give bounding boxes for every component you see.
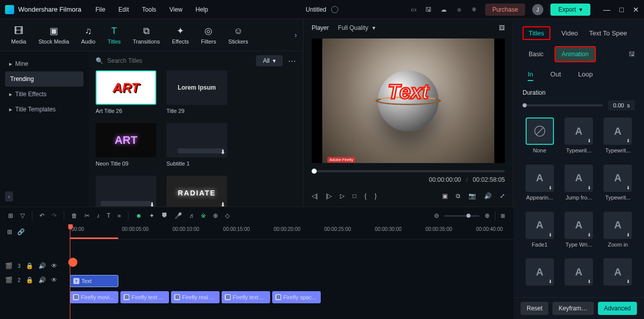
cloud-icon[interactable]: ☁ <box>440 6 448 14</box>
tab-filters[interactable]: ◎Filters <box>196 23 221 47</box>
play-icon[interactable]: ▷ <box>340 192 345 200</box>
anim-preset[interactable]: A⬇Type Wri... <box>562 212 595 253</box>
tab-out[interactable]: Out <box>550 70 561 81</box>
inspector-tab-tts[interactable]: Text To Spee <box>589 29 627 37</box>
track-header[interactable]: 🎬3 🔒 🔊 👁 <box>0 259 68 273</box>
headphones-icon[interactable]: ⌾ <box>455 6 463 14</box>
menu-view[interactable]: View <box>169 6 183 13</box>
filter-all-dropdown[interactable]: All▾ <box>256 55 283 66</box>
play-forward-icon[interactable]: |▷ <box>326 192 332 200</box>
keyframe-panel-button[interactable]: Keyframe P... <box>552 302 593 315</box>
anim-preset[interactable]: A⬇Typewrit... <box>562 117 595 158</box>
keyframe-icon[interactable]: ◇ <box>225 212 230 219</box>
purchase-button[interactable]: Purchase <box>485 4 525 16</box>
device-icon[interactable]: ▭ <box>409 6 417 14</box>
user-avatar[interactable]: J <box>532 4 543 15</box>
music-icon[interactable]: ♬ <box>189 212 194 219</box>
compare-icon[interactable]: ⧉ <box>456 192 460 200</box>
split-icon[interactable]: ✂ <box>84 212 90 219</box>
image-clip[interactable]: 🖼Firefly movi... <box>70 291 118 303</box>
delete-icon[interactable]: 🗑 <box>71 212 77 219</box>
layout-icon[interactable]: ⊞ <box>8 212 13 219</box>
pointer-icon[interactable]: ▽ <box>20 212 25 219</box>
title-thumb-item[interactable]: ART Art Title 26 <box>96 70 156 114</box>
voiceover-icon[interactable]: 🎤 <box>175 212 182 219</box>
apps-icon[interactable]: ⁜ <box>470 6 478 14</box>
tab-transitions[interactable]: ⧉Transitions <box>128 23 165 47</box>
sidebar-item-trending[interactable]: Trending <box>5 71 83 87</box>
anim-preset[interactable]: A⬇ <box>562 258 595 293</box>
track-visible-icon[interactable]: 👁 <box>51 276 57 284</box>
text-tool-icon[interactable]: T <box>107 212 110 219</box>
tab-stickers[interactable]: ☺Stickers <box>223 23 253 47</box>
save-icon[interactable]: 🖫 <box>424 6 433 14</box>
search-titles-input[interactable] <box>107 57 251 64</box>
image-clip[interactable]: 🖼Firefly text ... <box>222 291 270 303</box>
title-thumb-item[interactable]: RADIATE⬇ Glow Title 1 <box>166 176 227 207</box>
export-button[interactable]: Export ▾ <box>550 4 590 16</box>
tab-in[interactable]: In <box>528 70 533 81</box>
minimize-button[interactable]: — <box>604 6 611 14</box>
sidebar-collapse-button[interactable]: ‹ <box>5 191 13 202</box>
player-scrubber[interactable]: 00:00:00:00 / 00:02:58:05 <box>304 165 513 188</box>
tab-titles[interactable]: TTitles <box>103 23 126 47</box>
sidebar-item-title-templates[interactable]: ▸Title Templates <box>0 102 89 117</box>
advanced-button[interactable]: Advanced <box>598 302 637 315</box>
image-clip[interactable]: 🖼Firefly spac... <box>272 291 321 303</box>
menu-help[interactable]: Help <box>196 6 208 13</box>
snapshot-camera-icon[interactable]: 📷 <box>468 192 476 200</box>
tab-media[interactable]: 🎞Media <box>6 23 31 47</box>
duration-field[interactable]: 0.00s <box>608 100 635 110</box>
volume-icon[interactable]: 🔊 <box>484 192 492 200</box>
view-list-icon[interactable]: ≣ <box>500 212 505 219</box>
title-thumb-item[interactable]: ART Neon Title 09 <box>96 123 156 167</box>
video-preview[interactable]: Text Adobe Firefly <box>312 38 505 163</box>
title-thumb-item[interactable]: ⬇ Subtitle 1 <box>166 123 227 167</box>
marker-icon[interactable]: ⛊ <box>161 212 167 219</box>
timeline-tracks-area[interactable]: 00:00 00:00:05:00 00:00:10:00 00:00:15:0… <box>68 224 513 319</box>
tabs-scroll-right-icon[interactable]: › <box>294 31 297 39</box>
reset-button[interactable]: Reset <box>521 302 548 315</box>
inspector-tab-titles[interactable]: Titles <box>523 26 550 40</box>
playhead[interactable] <box>70 224 70 319</box>
prev-frame-icon[interactable]: ◁| <box>312 192 318 200</box>
title-thumb-item[interactable]: Lorem Ipsum Title 29 <box>166 70 227 114</box>
fullscreen-icon[interactable]: ⤢ <box>500 192 505 200</box>
track-lock-icon[interactable]: 🔒 <box>26 276 33 284</box>
subtab-animation[interactable]: Animation <box>554 46 595 62</box>
anim-preset-none[interactable]: None <box>523 117 556 158</box>
anim-preset[interactable]: A⬇Appearin... <box>523 165 556 206</box>
menu-edit[interactable]: Edit <box>118 6 129 13</box>
audio-edit-icon[interactable]: ♪ <box>97 212 100 219</box>
mark-out-icon[interactable]: } <box>375 192 377 200</box>
gallery-menu-icon[interactable]: ⋯ <box>288 56 296 66</box>
track-header[interactable]: 🎬2 🔒 🔊 👁 <box>0 273 68 287</box>
mark-in-icon[interactable]: { <box>365 192 367 200</box>
stop-icon[interactable]: □ <box>353 192 356 200</box>
zoom-slider[interactable] <box>444 215 480 217</box>
tab-stock-media[interactable]: ▣Stock Media <box>33 23 74 47</box>
image-clip[interactable]: 🖼Firefly real ... <box>171 291 220 303</box>
anim-preset[interactable]: A⬇Jump fro... <box>562 165 595 206</box>
anim-preset[interactable]: A⬇ <box>601 258 635 293</box>
link-icon[interactable]: ⊕ <box>213 212 218 219</box>
snapshot-icon[interactable]: 🖼 <box>499 24 505 31</box>
auto-icon[interactable]: ※ <box>201 212 206 219</box>
image-clip[interactable]: 🖼Firefly text ... <box>120 291 169 303</box>
zoom-in-icon[interactable]: ⊕ <box>485 212 490 219</box>
ai-icon[interactable]: ☻ <box>136 212 142 219</box>
close-button[interactable]: ✕ <box>633 6 639 14</box>
track-visible-icon[interactable]: 👁 <box>51 262 57 269</box>
menu-file[interactable]: File <box>96 6 105 13</box>
track-lock-icon[interactable]: 🔒 <box>26 262 33 269</box>
link-tracks-icon[interactable]: 🔗 <box>17 228 25 235</box>
subtab-basic[interactable]: Basic <box>523 47 549 61</box>
sidebar-item-mine[interactable]: ▸Mine <box>0 56 89 71</box>
track-mute-icon[interactable]: 🔊 <box>38 276 46 284</box>
scrub-knob[interactable] <box>312 169 317 174</box>
anim-preset[interactable]: A⬇Fade1 <box>523 212 556 253</box>
text-clip[interactable]: T Text <box>70 275 118 287</box>
anim-preset[interactable]: A⬇Typewrit... <box>601 117 635 158</box>
crop-icon[interactable]: ▣ <box>442 192 448 200</box>
inspector-tab-video[interactable]: Video <box>562 29 578 37</box>
